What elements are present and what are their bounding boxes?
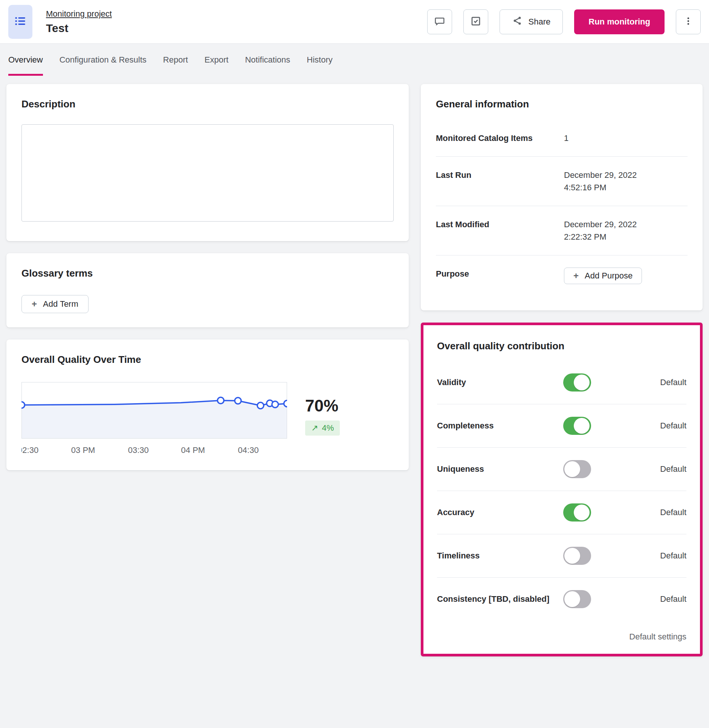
more-actions-button[interactable] — [676, 9, 701, 34]
glossary-terms-title: Glossary terms — [21, 268, 394, 279]
dimension-setting: Default — [597, 551, 686, 561]
uniqueness-toggle[interactable] — [563, 460, 591, 478]
dimension-setting: Default — [597, 378, 686, 387]
add-term-label: Add Term — [43, 299, 78, 309]
trend-value: 4% — [322, 423, 334, 433]
share-button[interactable]: Share — [500, 9, 563, 34]
tab-overview[interactable]: Overview — [8, 55, 43, 76]
add-purpose-button[interactable]: + Add Purpose — [564, 268, 642, 284]
dimension-setting: Default — [597, 594, 686, 604]
checkbox-check-icon — [470, 15, 481, 28]
dimension-setting: Default — [597, 421, 686, 431]
dimension-label: Completeness — [437, 420, 563, 432]
svg-text:03 PM: 03 PM — [71, 445, 95, 455]
overall-quality-contribution-card: Overall quality contribution Validity De… — [421, 323, 703, 656]
list-icon — [14, 15, 27, 29]
tab-configuration-results[interactable]: Configuration & Results — [60, 55, 147, 76]
contribution-row-timeliness: Timeliness Default — [437, 534, 686, 578]
timeliness-toggle[interactable] — [563, 547, 591, 565]
info-value: December 29, 2022 4:52:16 PM — [564, 169, 654, 194]
plus-icon: + — [573, 271, 579, 280]
trend-up-arrow-icon: ↗ — [311, 423, 318, 433]
quality-over-time-card: Overall Quality Over Time 02:3003 PM03:3… — [6, 340, 409, 470]
dimension-label: Accuracy — [437, 506, 563, 518]
right-column: General information Monitored Catalog It… — [421, 84, 703, 656]
validity-toggle[interactable] — [563, 373, 591, 392]
contribution-row-consistency: Consistency [TBD, disabled] Default — [437, 578, 686, 621]
info-row-last-run: Last Run December 29, 2022 4:52:16 PM — [436, 157, 688, 206]
page-title: Test — [46, 22, 112, 35]
left-column: Description Glossary terms + Add Term Ov… — [6, 84, 409, 470]
add-term-button[interactable]: + Add Term — [21, 295, 89, 313]
contribution-row-accuracy: Accuracy Default — [437, 491, 686, 534]
dimension-label: Uniqueness — [437, 463, 563, 475]
accuracy-toggle[interactable] — [563, 503, 591, 522]
info-label: Last Run — [436, 169, 564, 181]
comments-button[interactable] — [427, 9, 452, 34]
run-monitoring-button[interactable]: Run monitoring — [574, 9, 665, 34]
description-title: Description — [21, 98, 394, 110]
header-actions: Share Run monitoring — [427, 9, 701, 34]
dimension-setting: Default — [597, 508, 686, 517]
consistency-toggle[interactable] — [563, 590, 591, 608]
speech-bubble-icon — [434, 15, 445, 28]
quality-over-time-title: Overall Quality Over Time — [21, 354, 394, 366]
svg-text:04 PM: 04 PM — [181, 445, 205, 455]
info-row-purpose: Purpose + Add Purpose — [436, 255, 688, 296]
page-header: Monitoring project Test — [0, 0, 709, 43]
share-button-label: Share — [529, 17, 551, 27]
project-type-tile — [8, 5, 32, 39]
contribution-title: Overall quality contribution — [437, 340, 686, 352]
dimension-setting: Default — [597, 464, 686, 474]
kebab-menu-icon — [683, 16, 693, 27]
tab-export[interactable]: Export — [205, 55, 229, 76]
svg-text:02:30: 02:30 — [21, 445, 38, 455]
main-content: Description Glossary terms + Add Term Ov… — [0, 76, 709, 668]
dimension-label: Timeliness — [437, 550, 563, 562]
overall-quality-value: 70% — [305, 396, 340, 415]
dimension-label: Consistency [TBD, disabled] — [437, 593, 563, 605]
dimension-label: Validity — [437, 376, 563, 388]
completeness-toggle[interactable] — [563, 417, 591, 435]
info-label: Last Modified — [436, 218, 564, 231]
glossary-terms-card: Glossary terms + Add Term — [6, 253, 409, 327]
info-value: December 29, 2022 2:22:32 PM — [564, 218, 654, 243]
svg-text:04:30: 04:30 — [238, 445, 259, 455]
general-information-title: General information — [436, 98, 688, 110]
add-purpose-label: Add Purpose — [585, 271, 633, 281]
contribution-row-completeness: Completeness Default — [437, 404, 686, 448]
info-row-last-modified: Last Modified December 29, 2022 2:22:32 … — [436, 206, 688, 255]
contribution-row-uniqueness: Uniqueness Default — [437, 448, 686, 491]
info-value: 1 — [564, 132, 654, 144]
default-settings-link[interactable]: Default settings — [629, 632, 686, 641]
quality-stats: 70% ↗ 4% — [305, 396, 340, 436]
contribution-row-validity: Validity Default — [437, 361, 686, 404]
quality-line-chart: 02:3003 PM03:3004 PM04:30 — [21, 382, 287, 456]
svg-text:03:30: 03:30 — [128, 445, 149, 455]
breadcrumb-monitoring-project[interactable]: Monitoring project — [46, 9, 112, 19]
tab-report[interactable]: Report — [163, 55, 188, 76]
quality-trend-badge: ↗ 4% — [305, 421, 340, 436]
tasks-button[interactable] — [463, 9, 488, 34]
info-row-monitored-items: Monitored Catalog Items 1 — [436, 120, 688, 157]
share-icon — [512, 15, 523, 28]
info-label: Monitored Catalog Items — [436, 132, 564, 144]
description-input[interactable] — [21, 124, 394, 222]
quality-chart-container: 02:3003 PM03:3004 PM04:30 — [21, 382, 287, 456]
plus-icon: + — [32, 300, 37, 309]
general-information-card: General information Monitored Catalog It… — [421, 84, 703, 310]
tab-bar: Overview Configuration & Results Report … — [0, 43, 709, 76]
description-card: Description — [6, 84, 409, 241]
tab-notifications[interactable]: Notifications — [245, 55, 290, 76]
info-label: Purpose — [436, 268, 564, 280]
tab-history[interactable]: History — [307, 55, 332, 76]
